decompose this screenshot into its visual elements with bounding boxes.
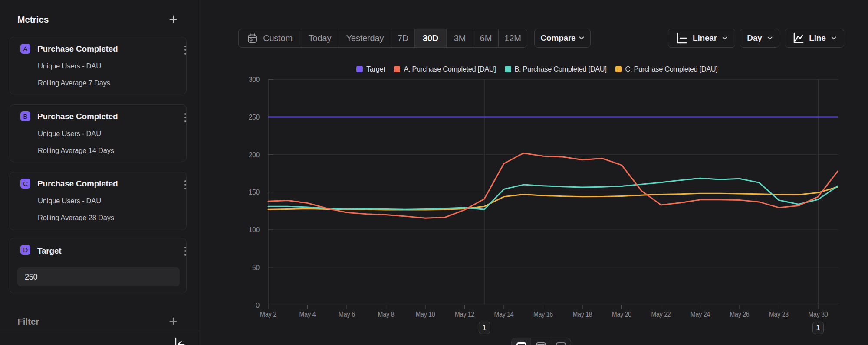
svg-text:May 26: May 26 [730, 310, 750, 318]
svg-text:150: 150 [249, 188, 260, 196]
svg-text:250: 250 [249, 113, 260, 121]
svg-text:May 18: May 18 [573, 310, 592, 318]
svg-text:300: 300 [249, 75, 260, 83]
svg-text:May 14: May 14 [494, 310, 514, 318]
svg-text:May 2: May 2 [260, 310, 276, 318]
svg-text:100: 100 [249, 226, 260, 234]
svg-text:50: 50 [252, 264, 260, 271]
svg-text:May 30: May 30 [809, 310, 828, 318]
svg-text:May 28: May 28 [769, 310, 789, 318]
svg-text:May 20: May 20 [612, 310, 631, 318]
svg-text:May 10: May 10 [416, 310, 435, 318]
svg-text:May 22: May 22 [651, 310, 671, 318]
svg-text:May 4: May 4 [299, 310, 316, 318]
svg-text:May 8: May 8 [378, 310, 395, 318]
svg-text:May 6: May 6 [339, 310, 355, 318]
svg-text:May 16: May 16 [533, 310, 553, 318]
svg-text:0: 0 [256, 301, 260, 309]
svg-text:200: 200 [249, 151, 260, 159]
svg-text:May 24: May 24 [690, 310, 710, 318]
svg-text:May 12: May 12 [455, 310, 474, 318]
